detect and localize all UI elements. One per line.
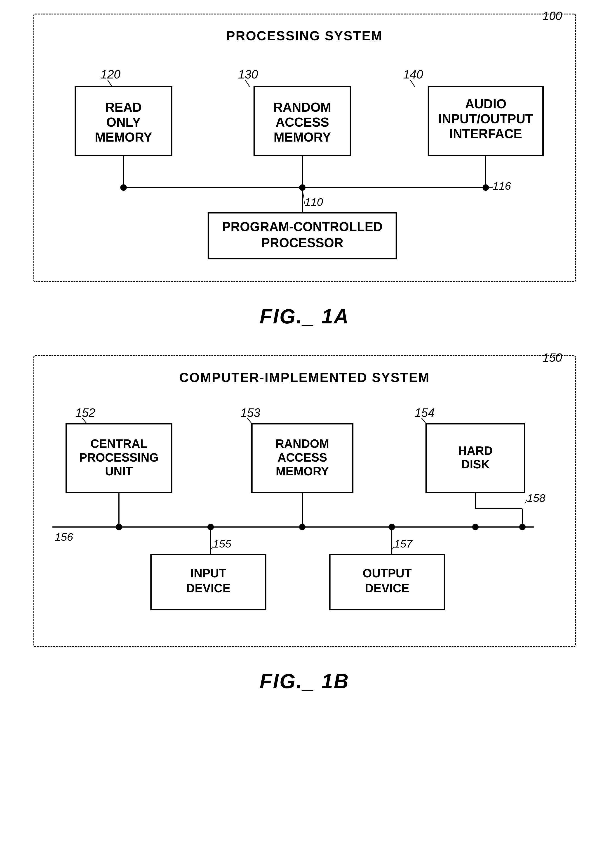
svg-text:MEMORY: MEMORY — [95, 130, 152, 144]
svg-text:110: 110 — [304, 196, 323, 208]
svg-text:INPUT/OUTPUT: INPUT/OUTPUT — [438, 112, 533, 126]
svg-text:154: 154 — [414, 406, 434, 419]
svg-text:INTERFACE: INTERFACE — [449, 127, 522, 141]
svg-text:ONLY: ONLY — [106, 115, 141, 129]
svg-text:156: 156 — [55, 531, 73, 543]
svg-text:155: 155 — [213, 538, 232, 550]
fig1b-title: COMPUTER-IMPLEMENTED SYSTEM — [53, 370, 557, 385]
svg-text:157: 157 — [394, 538, 413, 550]
fig1a-dashed-box: PROCESSING SYSTEM 120 130 140 READ ONLY … — [34, 14, 576, 282]
svg-text:UNIT: UNIT — [105, 465, 133, 478]
svg-text:116: 116 — [492, 180, 511, 192]
svg-text:MEMORY: MEMORY — [274, 130, 331, 144]
svg-text:120: 120 — [100, 68, 121, 81]
svg-text:MEMORY: MEMORY — [276, 465, 329, 478]
svg-text:HARD: HARD — [458, 444, 492, 457]
fig1a-label: FIG._ 1A — [260, 305, 349, 328]
fig1b-section: 150 COMPUTER-IMPLEMENTED SYSTEM 152 153 … — [34, 355, 576, 693]
fig1a-section: 100 PROCESSING SYSTEM 120 130 140 READ O… — [34, 14, 576, 328]
svg-text:DEVICE: DEVICE — [365, 581, 409, 595]
svg-text:READ: READ — [105, 100, 142, 115]
svg-point-59 — [299, 524, 305, 530]
svg-point-61 — [519, 524, 526, 530]
svg-text:158: 158 — [527, 492, 545, 504]
fig1b-label: FIG._ 1B — [260, 670, 349, 693]
svg-point-60 — [472, 524, 478, 530]
fig1a-diagram-wrapper: 100 PROCESSING SYSTEM 120 130 140 READ O… — [34, 14, 576, 282]
svg-point-22 — [120, 184, 127, 191]
svg-text:140: 140 — [403, 68, 423, 81]
fig1a-title: PROCESSING SYSTEM — [53, 28, 557, 43]
fig1b-diagram-wrapper: 150 COMPUTER-IMPLEMENTED SYSTEM 152 153 … — [34, 355, 576, 647]
svg-text:153: 153 — [240, 406, 260, 419]
svg-text:CENTRAL: CENTRAL — [90, 437, 147, 450]
page-container: 100 PROCESSING SYSTEM 120 130 140 READ O… — [34, 14, 576, 693]
svg-text:PROCESSOR: PROCESSOR — [261, 236, 343, 250]
svg-text:ACCESS: ACCESS — [275, 115, 329, 129]
svg-text:AUDIO: AUDIO — [465, 97, 506, 111]
svg-text:RANDOM: RANDOM — [274, 100, 331, 115]
fig1b-dashed-box: COMPUTER-IMPLEMENTED SYSTEM 152 153 154 … — [34, 355, 576, 647]
fig1a-svg: 120 130 140 READ ONLY MEMORY RANDOM ACCE… — [53, 57, 557, 263]
svg-text:130: 130 — [238, 68, 258, 81]
svg-text:OUTPUT: OUTPUT — [362, 567, 411, 580]
svg-text:PROCESSING: PROCESSING — [79, 451, 159, 464]
svg-text:INPUT: INPUT — [190, 567, 226, 580]
svg-text:RANDOM: RANDOM — [275, 437, 329, 450]
svg-line-51 — [524, 499, 527, 504]
fig1b-svg: 152 153 154 CENTRAL PROCESSING UNIT RAND… — [53, 398, 557, 628]
svg-text:152: 152 — [75, 406, 95, 419]
svg-text:DEVICE: DEVICE — [186, 581, 230, 595]
svg-text:DISK: DISK — [461, 458, 490, 471]
svg-point-58 — [116, 524, 122, 530]
svg-text:ACCESS: ACCESS — [277, 451, 327, 464]
svg-text:PROGRAM-CONTROLLED: PROGRAM-CONTROLLED — [222, 220, 382, 234]
